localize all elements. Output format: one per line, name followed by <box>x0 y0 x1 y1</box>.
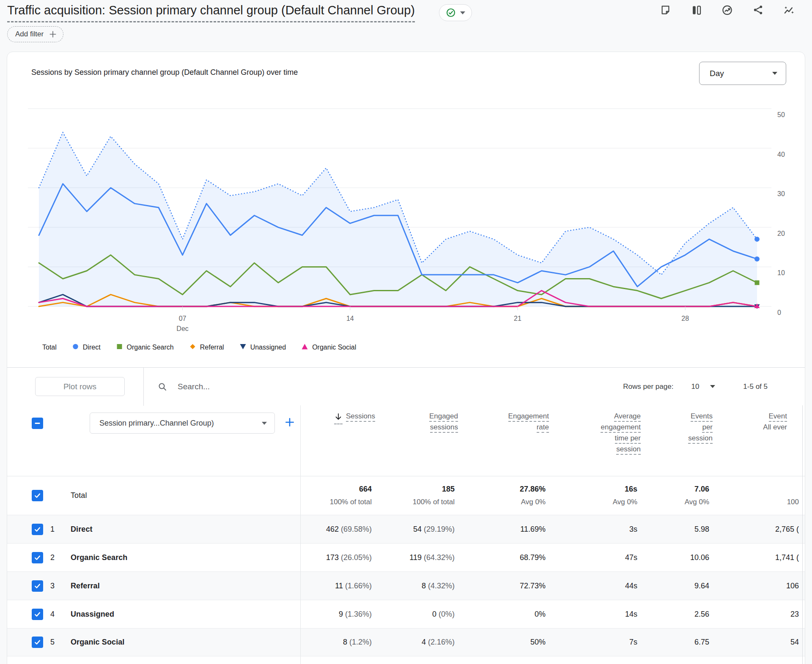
table-row-referral: 3Referral11 (1.66%)8 (4.32%)72.73%44s9.6… <box>7 571 805 600</box>
teardrop-icon <box>31 343 38 352</box>
insights-sparkline-icon[interactable] <box>783 4 795 16</box>
dimension-header-area: Session primary...Channel Group) <box>32 405 300 434</box>
metric-cell: 2.56 <box>641 610 713 619</box>
metric-cell: 7s <box>549 638 641 647</box>
granularity-dropdown[interactable]: Day <box>699 62 786 85</box>
table-total-row: Total664100% of total185100% of total27.… <box>7 476 805 515</box>
column-header-average-engagement-time-per-session[interactable]: Averageengagementtime persession <box>549 405 641 456</box>
notes-icon[interactable] <box>660 4 671 16</box>
add-filter-label: Add filter <box>15 30 44 38</box>
pagination-controls: Rows per page: 10 1-5 of 5 <box>623 383 768 391</box>
chart-title: Sessions by Session primary channel grou… <box>31 68 298 77</box>
header-actions <box>660 4 812 16</box>
y-axis-label: 30 <box>777 190 785 197</box>
column-header-sessions[interactable]: Sessions <box>300 405 375 426</box>
report-status-dropdown[interactable] <box>439 4 472 21</box>
metric-cell: 47s <box>549 553 641 562</box>
row-checkbox[interactable] <box>32 552 43 563</box>
sort-descending-icon <box>334 413 343 424</box>
share-icon[interactable] <box>752 4 764 16</box>
column-subheader: All ever <box>713 424 787 431</box>
search-placeholder: Search... <box>178 382 210 391</box>
legend-item-organic-search[interactable]: Organic Search <box>116 343 174 352</box>
column-header-engagement-rate[interactable]: Engagementrate <box>458 405 549 434</box>
row-checkbox[interactable] <box>32 609 43 620</box>
row-checkbox[interactable] <box>32 580 43 592</box>
diamond-icon <box>189 343 196 352</box>
add-dimension-button[interactable] <box>284 417 295 429</box>
metric-cell: 4 (2.16%) <box>375 638 458 647</box>
total-row-label: Total <box>71 491 300 500</box>
metric-cell: 173 (26.05%) <box>300 553 375 562</box>
legend-item-direct[interactable]: Direct <box>72 343 101 352</box>
search-input[interactable]: Search... <box>157 382 623 392</box>
row-checkbox[interactable] <box>32 490 43 501</box>
legend-label: Organic Social <box>312 344 356 351</box>
row-number: 1 <box>50 525 71 534</box>
total-metric-cell: 664100% of total <box>300 485 375 506</box>
insights-circle-icon[interactable] <box>721 4 733 16</box>
total-metric-cell: 100 <box>713 485 802 506</box>
metric-cell: 23 <box>713 610 802 619</box>
chevron-down-icon <box>772 72 777 75</box>
row-label: Unassigned <box>71 610 300 619</box>
row-checkbox[interactable] <box>32 524 43 535</box>
triangle-up-icon <box>301 343 308 352</box>
column-header-event[interactable]: EventAll ever <box>713 405 802 431</box>
legend-label: Direct <box>83 344 101 351</box>
column-header-engaged-sessions[interactable]: Engagedsessions <box>375 405 458 434</box>
y-axis-label: 20 <box>777 230 785 237</box>
square-icon <box>116 343 123 352</box>
check-circle-icon <box>446 8 456 18</box>
dimension-selector-value: Session primary...Channel Group) <box>99 419 214 428</box>
y-axis-label: 0 <box>777 309 781 316</box>
row-number: 3 <box>50 582 71 590</box>
legend-item-total[interactable]: Total <box>31 343 57 352</box>
total-metric-cell: 185100% of total <box>375 485 458 506</box>
plus-icon <box>49 30 57 38</box>
comparison-columns-icon[interactable] <box>691 4 702 16</box>
rows-per-page-value[interactable]: 10 <box>691 383 699 391</box>
dimension-selector-dropdown[interactable]: Session primary...Channel Group) <box>90 413 275 434</box>
chevron-down-icon <box>262 422 267 425</box>
legend-item-unassigned[interactable]: Unassigned <box>239 343 286 352</box>
x-axis-label: 28 <box>681 315 689 322</box>
page-title[interactable]: Traffic acquisition: Session primary cha… <box>7 3 415 22</box>
chevron-down-icon[interactable] <box>710 385 715 388</box>
scroll-pane-divider[interactable] <box>802 405 803 664</box>
x-axis-label: 14 <box>346 315 354 322</box>
column-header-events-per-session[interactable]: Eventspersession <box>641 405 713 445</box>
triangle-down-icon <box>239 343 247 352</box>
filter-bar: Add filter <box>0 25 812 50</box>
metric-cell: 2,765 ( <box>713 525 802 534</box>
add-filter-button[interactable]: Add filter <box>7 26 63 42</box>
row-checkbox[interactable] <box>32 637 43 648</box>
row-number: 5 <box>50 638 71 647</box>
circle-icon <box>72 343 79 352</box>
x-axis-label: 21 <box>514 315 521 322</box>
legend-label: Unassigned <box>250 344 286 351</box>
table-header-row: Session primary...Channel Group) Session… <box>7 405 805 476</box>
y-axis-label: 50 <box>777 111 785 118</box>
metric-cell: 3s <box>549 525 641 534</box>
metric-cell: 6.75 <box>641 638 713 647</box>
legend-label: Organic Search <box>127 344 174 351</box>
metric-cell: 72.73% <box>458 582 549 590</box>
pagination-range: 1-5 of 5 <box>743 383 768 391</box>
metric-cell: 462 (69.58%) <box>300 525 375 534</box>
row-label: Organic Search <box>71 553 300 562</box>
toolbar-divider <box>143 368 144 406</box>
metric-cell: 8 (1.2%) <box>300 638 375 647</box>
chevron-down-icon <box>460 11 465 14</box>
report-card: Sessions by Session primary channel grou… <box>7 52 805 664</box>
legend-item-referral[interactable]: Referral <box>189 343 224 352</box>
select-all-checkbox[interactable] <box>32 418 43 429</box>
row-label: Referral <box>71 582 300 590</box>
legend-item-organic-social[interactable]: Organic Social <box>301 343 356 352</box>
sessions-over-time-chart[interactable]: 0102030405007Dec142128 <box>28 89 805 339</box>
chart-legend: TotalDirectOrganic SearchReferralUnassig… <box>31 343 356 352</box>
table-row-unassigned: 4Unassigned9 (1.36%)0 (0%)0%14s2.5623 <box>7 600 805 628</box>
plot-rows-button[interactable]: Plot rows <box>35 377 125 396</box>
metric-cell: 9 (1.36%) <box>300 610 375 619</box>
metric-cell: 11 (1.66%) <box>300 582 375 590</box>
